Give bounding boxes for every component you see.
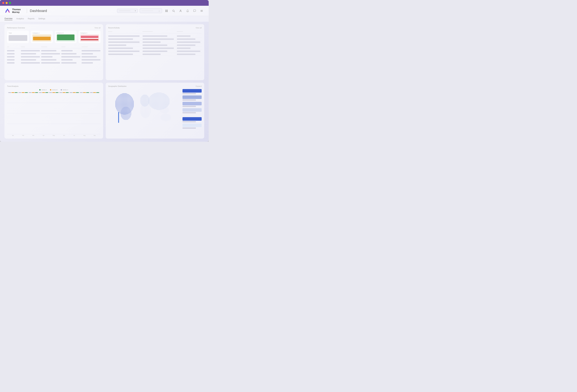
svg-rect-3 (167, 11, 168, 12)
bar-green-4 (45, 92, 48, 93)
th-id: ── (7, 46, 20, 48)
minimize-button[interactable] (6, 2, 8, 4)
fullscreen-button[interactable] (9, 2, 11, 4)
svg-rect-1 (167, 10, 168, 11)
td-cell (7, 56, 15, 57)
list-cell (108, 51, 140, 52)
svg-rect-21 (118, 112, 119, 123)
metric-card-b: Category B (55, 31, 77, 43)
search-bar[interactable]: ────────── ⌕ (140, 8, 162, 13)
hamburger-icon (200, 10, 203, 12)
tab-reports[interactable]: Reports (28, 18, 35, 20)
chat-button[interactable] (192, 8, 197, 13)
bar-group-6 (59, 92, 69, 93)
td-cell (41, 56, 53, 57)
tab-analytics[interactable]: Analytics (16, 18, 24, 20)
td-cell (82, 62, 93, 64)
legend-bar-med1 (182, 95, 202, 99)
user-button[interactable] (178, 8, 183, 13)
svg-point-19 (160, 107, 169, 113)
bar-green-3 (35, 92, 38, 93)
bar-green-7 (76, 92, 79, 93)
legend-dot-c (61, 89, 62, 91)
close-button[interactable] (2, 2, 4, 4)
metric-card-a: Category A (31, 31, 53, 43)
table-row (7, 49, 101, 52)
th-name: ──── (21, 46, 40, 48)
td-cell (41, 53, 60, 54)
tab-settings[interactable]: Settings (38, 18, 45, 20)
grid-view-button[interactable] (164, 8, 169, 13)
svg-line-5 (174, 11, 175, 12)
panel-map: Geographic Distribution Expand (106, 83, 204, 139)
panel2-header: Recent Activity View all (108, 27, 202, 29)
list-cell (108, 44, 126, 46)
bar-orange-4 (42, 92, 45, 93)
list-item (108, 35, 202, 38)
bar-green-9 (96, 92, 99, 93)
titlebar (0, 0, 209, 6)
panel-performance: Performance Overview View all Total Cate… (4, 24, 103, 80)
card-label-total: Total (9, 32, 27, 34)
td-cell (82, 56, 97, 57)
bar-chart (7, 92, 101, 93)
panel3-title: Trend Analysis (7, 85, 19, 87)
grid-line (7, 103, 101, 103)
legend-dot-a (39, 89, 40, 91)
bar-gray-1 (8, 92, 11, 93)
bar-group-2 (19, 92, 28, 93)
th-date: ────── (82, 46, 101, 48)
svg-rect-0 (165, 10, 166, 11)
list-cell (143, 48, 174, 49)
td-cell (21, 62, 40, 64)
col-item: ──── (108, 31, 141, 32)
td-cell (61, 59, 73, 61)
chart-legend: Series A Series B Series C (7, 89, 101, 91)
card-label-b: Category B (56, 32, 75, 34)
legend-dot-b (50, 89, 51, 91)
col-desc: ────────── (143, 31, 176, 32)
list-item (108, 41, 202, 44)
search-button[interactable] (171, 8, 176, 13)
list-cell (177, 44, 195, 46)
panel1-action[interactable]: View all (95, 27, 101, 29)
td-cell (7, 50, 15, 51)
td-cell (21, 53, 36, 54)
panel-chart: Trend Analysis Series A Series B (4, 83, 103, 139)
map-panel-content (108, 89, 202, 129)
list-item (108, 38, 202, 41)
legend-item-2 (182, 95, 202, 101)
x-label-jun: Jun (59, 135, 69, 136)
bar-group-1 (8, 92, 18, 93)
bar-green-5 (56, 92, 58, 93)
bar-green-2 (25, 92, 28, 93)
filter-dropdown[interactable]: ────────── ▾ (117, 9, 138, 13)
col-status: ────── (177, 31, 202, 32)
legend-item-3 (182, 102, 202, 107)
td-cell (7, 53, 15, 54)
legend-bar-dark (182, 89, 202, 93)
bar-green-6 (66, 92, 69, 93)
tab-overview[interactable]: Overview (4, 17, 12, 20)
metric-card-c: Category C (78, 31, 100, 43)
bell-button[interactable] (185, 8, 190, 13)
legend-spacer (182, 117, 202, 122)
table-row (7, 53, 101, 55)
list-cell (177, 36, 190, 37)
list-cell (143, 38, 174, 40)
svg-rect-2 (165, 11, 166, 12)
menu-button[interactable] (199, 8, 204, 13)
legend-series-c: Series C (61, 89, 68, 91)
bar-gray-3 (29, 92, 32, 93)
td-cell (41, 50, 56, 51)
th-value: ──── (61, 46, 80, 48)
list-cell (143, 54, 161, 55)
main-content: Performance Overview View all Total Cate… (0, 22, 209, 142)
x-label-jan: Jan (8, 135, 18, 136)
legend-bar-lighter (182, 124, 202, 127)
chart-x-labels: Jan Feb Mar Apr May Jun Jul Aug Sep (7, 134, 101, 136)
table-row (7, 62, 101, 64)
panel2-action[interactable]: View all (196, 27, 202, 29)
panel4-action[interactable]: Expand (196, 85, 202, 87)
metric-card-total: Total (7, 31, 29, 43)
